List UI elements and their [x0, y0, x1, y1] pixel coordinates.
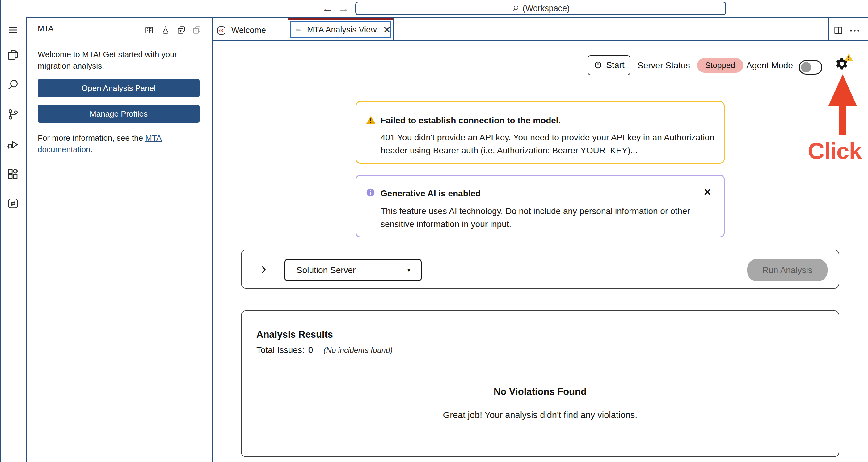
- workspace-search-box[interactable]: (Workspace): [355, 2, 726, 15]
- sidebar-welcome-text: Welcome to MTA! Get started with your mi…: [38, 49, 195, 72]
- agent-mode-toggle[interactable]: [799, 60, 822, 75]
- profile-select-dropdown[interactable]: Solution Server ▼: [284, 259, 422, 281]
- results-totals-row: Total Issues: 0 (No incidents found): [256, 345, 393, 355]
- search-view-icon[interactable]: [7, 79, 19, 91]
- run-debug-icon[interactable]: [7, 138, 19, 150]
- more-info-suffix: .: [91, 145, 93, 154]
- sidebar-title: MTA: [38, 24, 54, 33]
- info-circle-icon: [366, 188, 375, 197]
- annotation-click-label: Click: [804, 138, 865, 164]
- active-tab-top-accent: [288, 18, 393, 20]
- settings-warning-badge-icon: [844, 53, 853, 61]
- nav-back-button[interactable]: ←: [322, 3, 333, 13]
- sidebar-more-info: For more information, see the MTA docume…: [38, 132, 195, 155]
- results-heading: Analysis Results: [256, 329, 333, 340]
- incidents-note: (No incidents found): [323, 346, 393, 355]
- tabbar-divider: [213, 39, 868, 40]
- power-icon: [593, 61, 603, 70]
- analysis-toolbar-panel: Solution Server ▼ Run Analysis: [241, 250, 839, 289]
- more-actions-icon[interactable]: [849, 29, 860, 32]
- split-editor-icon[interactable]: [833, 25, 843, 35]
- search-placeholder: (Workspace): [523, 4, 570, 13]
- welcome-tab-label: Welcome: [231, 26, 266, 35]
- warning-alert-description: 401 You didn't provide an API key. You n…: [380, 131, 717, 157]
- sidebar-divider: [212, 17, 213, 462]
- nav-forward-button[interactable]: →: [338, 3, 349, 13]
- toggle-knob: [801, 62, 811, 73]
- total-issues-value: 0: [308, 345, 313, 355]
- empty-state-title: No Violations Found: [242, 386, 839, 397]
- start-server-button[interactable]: Start: [588, 55, 630, 75]
- manage-profiles-button[interactable]: Manage Profiles: [38, 105, 199, 123]
- titlebar-divider: [26, 17, 868, 18]
- documentation-book-icon[interactable]: [145, 25, 154, 35]
- dropdown-caret-icon: ▼: [406, 267, 411, 273]
- app-window: ← → (Workspace): [0, 0, 868, 462]
- server-status-label: Server Status: [638, 61, 690, 70]
- warning-alert-title: Failed to establish connection to the mo…: [380, 116, 561, 125]
- genai-info-alert: Generative AI is enabled ✕ This feature …: [355, 175, 725, 237]
- mta-extension-icon[interactable]: [7, 197, 19, 210]
- activitybar-divider: [26, 17, 27, 462]
- info-alert-title: Generative AI is enabled: [380, 189, 480, 199]
- extensions-icon[interactable]: [7, 168, 19, 180]
- info-alert-close-icon[interactable]: ✕: [703, 187, 711, 197]
- source-control-icon[interactable]: [7, 108, 19, 121]
- run-analysis-button[interactable]: Run Analysis: [747, 259, 828, 281]
- start-button-label: Start: [606, 60, 624, 70]
- menu-icon[interactable]: [7, 24, 19, 36]
- new-profile-icon[interactable]: [177, 25, 186, 35]
- open-analysis-panel-button[interactable]: Open Analysis Panel: [38, 79, 199, 97]
- beaker-flask-icon[interactable]: [161, 25, 170, 35]
- more-info-prefix: For more information, see the: [38, 133, 145, 143]
- remove-profile-icon[interactable]: [192, 25, 202, 35]
- welcome-tab-icon: [216, 25, 226, 35]
- expand-chevron-icon[interactable]: [259, 264, 268, 276]
- info-alert-description: This feature uses AI technology. Do not …: [380, 205, 699, 231]
- editor-actions-separator: [829, 17, 829, 40]
- connection-warning-alert: Failed to establish connection to the mo…: [355, 101, 725, 164]
- tab-mta-analysis-view[interactable]: MTA Analysis View ✕: [288, 18, 393, 39]
- warning-triangle-icon: [366, 115, 376, 124]
- window-left-border: [0, 0, 1, 462]
- agent-mode-label: Agent Mode: [746, 61, 793, 70]
- analysis-tab-label: MTA Analysis View: [307, 25, 377, 35]
- search-icon: [512, 4, 520, 12]
- tab-close-icon[interactable]: ✕: [383, 25, 391, 35]
- empty-state-message: Great job! Your analysis didn't find any…: [242, 410, 839, 420]
- tab-welcome[interactable]: Welcome: [216, 23, 266, 38]
- annotation-arrow-icon: [828, 74, 858, 136]
- server-status-badge: Stopped: [697, 58, 743, 73]
- list-icon: [295, 26, 303, 34]
- analysis-results-panel: Analysis Results Total Issues: 0 (No inc…: [241, 311, 839, 457]
- explorer-icon[interactable]: [7, 49, 19, 61]
- profile-select-value: Solution Server: [297, 265, 406, 275]
- total-issues-label: Total Issues:: [256, 345, 305, 355]
